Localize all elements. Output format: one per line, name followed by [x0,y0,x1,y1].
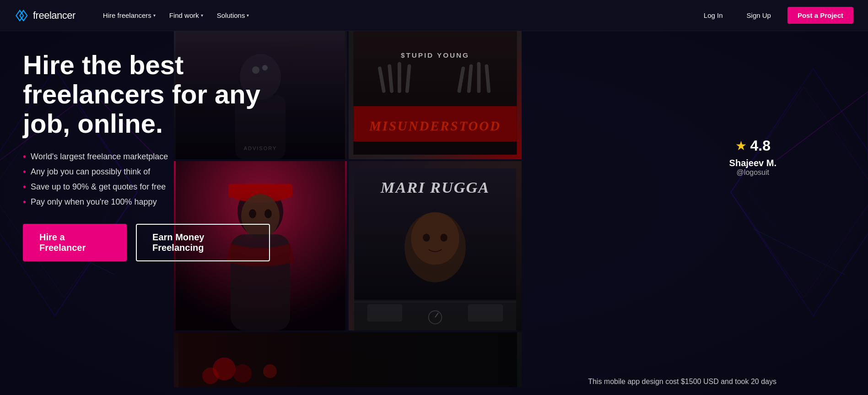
svg-line-15 [776,92,868,160]
bullet-1: World's largest freelance marketplace [23,152,270,162]
svg-rect-33 [398,62,401,93]
hire-freelancer-button[interactable]: Hire a Freelancer [23,224,127,261]
svg-text:MISUNDERSTOOD: MISUNDERSTOOD [369,119,501,133]
reviewer-handle: @logosuit [729,168,776,177]
svg-rect-37 [477,62,481,93]
collage-image-2: $TUPID YOUNG MISUNDERSTOOD [349,31,522,159]
chevron-down-icon: ▾ [247,13,249,18]
nav-links: Hire freelancers ▾ Find work ▾ Solutions… [97,8,696,23]
login-button[interactable]: Log In [696,8,730,23]
rating-card: ★ 4.8 Shajeev M. @logosuit [729,137,776,177]
svg-point-53 [423,234,430,242]
svg-point-66 [263,364,277,378]
rating-stars: ★ 4.8 [729,137,776,154]
chevron-down-icon: ▾ [201,13,203,18]
collage-image-4: MARI RUGGA [349,161,522,330]
svg-text:MARI RUGGA: MARI RUGGA [380,179,490,196]
collage-image-5 [174,332,522,387]
navbar: freelancer Hire freelancers ▾ Find work … [0,0,868,31]
nav-hire-freelancers[interactable]: Hire freelancers ▾ [97,8,161,23]
post-project-button[interactable]: Post a Project [787,7,853,24]
hero-ctas: Hire a Freelancer Earn Money Freelancing [23,224,270,261]
logo-link[interactable]: freelancer [15,8,75,23]
nav-right: Log In Sign Up Post a Project [696,7,853,24]
svg-rect-56 [367,304,403,322]
rating-value: 4.8 [750,137,771,154]
nav-find-work[interactable]: Find work ▾ [164,8,209,23]
svg-point-54 [440,234,447,242]
signup-button[interactable]: Sign Up [739,8,778,23]
svg-point-64 [233,364,252,383]
earn-money-button[interactable]: Earn Money Freelancing [136,224,270,261]
bullet-3: Save up to 90% & get quotes for free [23,182,270,192]
svg-line-17 [754,229,845,275]
chevron-down-icon: ▾ [153,13,156,18]
svg-text:$TUPID YOUNG: $TUPID YOUNG [401,51,469,59]
hero-bullets: World's largest freelance marketplace An… [23,152,270,207]
star-icon: ★ [735,138,747,153]
bullet-2: Any job you can possibly think of [23,167,270,177]
svg-line-13 [813,69,868,192]
logo-icon [15,8,29,23]
hero-title: Hire the best freelancers for any job, o… [23,50,270,138]
svg-marker-12 [749,105,868,279]
logo-text: freelancer [33,10,75,22]
hero-section: Hire the best freelancers for any job, o… [0,0,868,395]
reviewer-name: Shajeev M. [729,158,776,168]
svg-marker-11 [731,87,868,298]
hero-content: Hire the best freelancers for any job, o… [23,50,270,261]
bottom-caption: This mobile app design cost $1500 USD an… [588,378,776,386]
svg-point-52 [411,212,459,265]
svg-rect-57 [468,304,503,322]
svg-point-65 [202,368,219,384]
svg-marker-10 [731,69,868,316]
bullet-4: Pay only when you're 100% happy [23,197,270,207]
nav-solutions[interactable]: Solutions ▾ [211,8,255,23]
svg-line-14 [813,192,868,316]
